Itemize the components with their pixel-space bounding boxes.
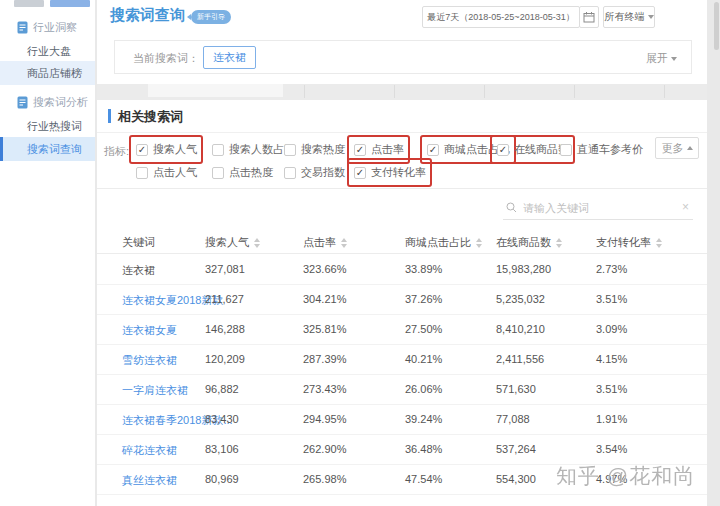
guide-badge[interactable]: 新手引导 [191,10,231,24]
cell-value: 265.98% [303,473,346,485]
document-icon [17,96,28,109]
chevron-up-icon [687,146,693,150]
cell-value: 83,430 [205,413,239,425]
search-input[interactable] [523,198,673,218]
page-header: 搜索词查询 新手引导 最近7天（2018-05-25~2018-05-31） 所… [97,0,707,84]
checkbox-搜索人气[interactable]: ✓搜索人气 [136,141,197,158]
sort-icon[interactable] [341,238,347,248]
checkbox-label: 直通车参考价 [577,142,643,157]
sidebar-item-3[interactable]: 搜索词分析 [0,90,95,114]
table-row: 一字肩连衣裙96,882273.43%26.06%571,6303.51% [97,375,707,405]
current-word-label: 当前搜索词： [133,51,199,66]
cell-value: 325.81% [303,323,346,335]
checkbox-在线商品数[interactable]: ✓在线商品数 [497,141,569,158]
section-accent-bar [108,109,111,123]
clipped-menu-item-active[interactable] [50,0,90,7]
checkbox-直通车参考价[interactable]: 直通车参考价 [560,141,643,158]
cell-value: 26.06% [405,383,442,395]
keyword-search: × [503,196,693,220]
cell-value: 1.91% [596,413,627,425]
column-header-4[interactable]: 在线商品数 [496,235,562,250]
cell-value: 211,627 [205,293,244,305]
cell-value: 47.54% [405,473,442,485]
column-header-2[interactable]: 点击率 [303,235,347,250]
checkbox-label: 搜索热度 [301,142,345,157]
cell-value: 33.89% [405,263,442,275]
cell-value: 40.21% [405,353,442,365]
calendar-icon[interactable] [579,6,599,28]
current-search-panel: 当前搜索词： 连衣裙 展开 [114,40,692,74]
sort-icon[interactable] [556,238,562,248]
keyword-link[interactable]: 雪纺连衣裙 [122,353,177,368]
sidebar: 行业洞察行业大盘商品店铺榜搜索词分析行业热搜词搜索词查询 [0,0,95,506]
column-header-label: 商城点击占比 [405,235,471,250]
checkbox-icon [284,167,296,179]
table-row: 连衣裙春季2018新款...83,430294.95%39.24%77,0881… [97,405,707,435]
checkbox-icon [136,167,148,179]
more-button[interactable]: 更多 [655,137,699,159]
column-header-5[interactable]: 支付转化率 [596,235,662,250]
table-row: 连衣裙女夏146,288325.81%27.50%8,410,2103.09% [97,315,707,345]
checkbox-搜索人数占比[interactable]: 搜索人数占比 [212,141,295,158]
cell-value: 146,288 [205,323,245,335]
clear-icon[interactable]: × [682,200,689,214]
sort-icon[interactable] [476,238,482,248]
column-header-3[interactable]: 商城点击占比 [405,235,482,250]
checkbox-交易指数[interactable]: 交易指数 [284,164,345,181]
cell-value: 327,081 [205,263,245,275]
cell-value: 83,106 [205,443,239,455]
checkbox-icon [212,167,224,179]
search-icon [506,202,517,213]
checkbox-label: 点击率 [371,142,404,157]
sidebar-item-label: 行业洞察 [28,20,77,35]
expand-toggle[interactable]: 展开 [646,51,677,66]
clipped-menu-item[interactable] [14,0,44,7]
checkbox-icon [284,144,296,156]
cell-value: 3.09% [596,323,627,335]
watermark: 知乎 @花和尚 [556,462,695,490]
checkbox-支付转化率[interactable]: ✓支付转化率 [354,164,426,181]
chevron-down-icon [671,57,677,61]
indicator-label: 指标: [104,144,129,159]
checkbox-搜索热度[interactable]: 搜索热度 [284,141,345,158]
table-header: 关键词搜索人气点击率商城点击占比在线商品数支付转化率 [97,230,707,254]
checkbox-点击率[interactable]: ✓点击率 [354,141,404,158]
cell-value: 537,264 [496,443,536,455]
scrollbar-thumb[interactable] [714,2,719,50]
keyword-link[interactable]: 一字肩连衣裙 [122,383,188,398]
table-row: 连衣裙327,081323.66%33.89%15,983,2802.73% [97,255,707,285]
sort-icon[interactable] [656,238,662,248]
sidebar-item-0[interactable]: 行业洞察 [0,15,95,39]
checkbox-checked-icon: ✓ [427,144,439,156]
expand-label: 展开 [646,51,668,66]
checkbox-点击热度[interactable]: 点击热度 [212,164,273,181]
terminal-filter-dropdown[interactable]: 所有终端 [603,6,655,28]
cell-value: 273.43% [303,383,346,395]
current-word-tag[interactable]: 连衣裙 [203,46,256,69]
sidebar-item-1[interactable]: 行业大盘 [0,39,95,63]
table-row: 连衣裙女夏2018新款211,627304.21%37.26%5,235,032… [97,285,707,315]
table-row: 雪纺连衣裙120,209287.39%40.21%2,411,5564.15% [97,345,707,375]
column-header-label: 在线商品数 [496,235,551,250]
sort-icon[interactable] [254,238,260,248]
cell-value: 304.21% [303,293,346,305]
column-header-1[interactable]: 搜索人气 [205,235,260,250]
cell-value: 8,410,210 [496,323,545,335]
cell-value: 2,411,556 [496,353,544,365]
sidebar-item-5[interactable]: 搜索词查询 [0,137,95,161]
page-title: 搜索词查询 [110,6,185,25]
document-icon [17,21,28,34]
date-range-button[interactable]: 最近7天（2018-05-25~2018-05-31） [422,6,580,28]
checkbox-label: 搜索人气 [153,142,197,157]
sidebar-item-2[interactable]: 商品店铺榜 [0,61,95,85]
column-header-0: 关键词 [122,235,155,250]
column-header-label: 支付转化率 [596,235,651,250]
cell-value: 80,969 [205,473,239,485]
keyword-link[interactable]: 连衣裙女夏 [122,323,177,338]
sidebar-item-4[interactable]: 行业热搜词 [0,114,95,138]
checkbox-checked-icon: ✓ [136,144,148,156]
keyword-link[interactable]: 碎花连衣裙 [122,443,177,458]
checkbox-点击人气[interactable]: 点击人气 [136,164,197,181]
keyword-link[interactable]: 真丝连衣裙 [122,473,177,488]
cell-value: 96,882 [205,383,239,395]
